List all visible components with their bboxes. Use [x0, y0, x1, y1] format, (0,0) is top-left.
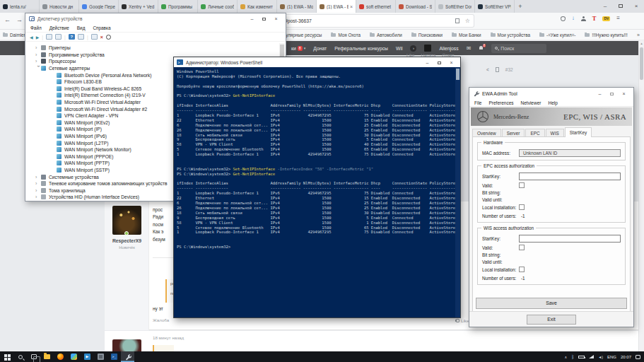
bookmark-item[interactable]: Daimler	[3, 33, 25, 37]
post-timestamp[interactable]: 18 минут назад	[153, 335, 184, 340]
scrollbar-thumb[interactable]	[456, 69, 459, 80]
browser-tab[interactable]: Download - S	[396, 0, 435, 13]
new-tab-button[interactable]: +	[515, 0, 526, 13]
powershell-titlebar[interactable]: >_ Администратор: Windows PowerShell – ×	[174, 57, 460, 67]
show-console-icon[interactable]	[46, 34, 52, 40]
like-button[interactable]: Like	[456, 318, 469, 323]
bookmarks-overflow-icon[interactable]: »	[637, 33, 640, 37]
taskbar-file-explorer-icon[interactable]	[40, 351, 54, 362]
minimize-button[interactable]: –	[421, 58, 433, 67]
browser-tab[interactable]: Программы	[158, 0, 198, 13]
downloads-icon[interactable]: ↓	[572, 16, 575, 21]
share-icon[interactable]: <	[486, 67, 489, 72]
checkbox[interactable]	[519, 267, 525, 272]
back-icon[interactable]: ◀	[30, 35, 33, 40]
bookmark-item[interactable]: Мои устройства	[491, 33, 531, 37]
keyboard-language[interactable]: ENG	[607, 355, 616, 359]
maximize-button[interactable]	[433, 58, 445, 67]
browser-tab[interactable]: Новости дн	[40, 0, 79, 13]
properties-icon[interactable]	[55, 34, 62, 40]
bookmark-item[interactable]: Автомобили	[370, 33, 402, 37]
expand-icon[interactable]: ›	[35, 175, 41, 180]
save-button[interactable]: Save	[476, 298, 627, 309]
startkey-input[interactable]	[519, 235, 621, 243]
expand-icon[interactable]: ›	[35, 181, 41, 186]
expand-icon[interactable]: ›	[35, 52, 41, 57]
menu-view[interactable]: Вид	[77, 25, 86, 30]
post-author[interactable]: RespecterX9	[105, 238, 149, 243]
browser-tab[interactable]: soft ethernet	[356, 0, 396, 13]
extension-t-icon[interactable]: T	[592, 16, 597, 21]
scrollbar-thumb[interactable]	[640, 47, 643, 80]
maximize-button[interactable]	[613, 0, 628, 13]
forward-icon[interactable]: ▶	[36, 35, 40, 40]
startkey-input[interactable]	[519, 173, 621, 180]
taskbar-eva-admin-tool-icon[interactable]	[121, 351, 134, 362]
action-center-icon[interactable]	[636, 355, 640, 359]
expand-icon[interactable]: ›	[35, 188, 41, 193]
bookmark-item[interactable]: Поисковики	[411, 33, 443, 37]
minimize-button[interactable]: –	[246, 14, 258, 23]
bookmark-item[interactable]: -=Уже купил=-	[539, 33, 575, 37]
menu-icon[interactable]: ≡	[616, 16, 620, 21]
tray-expand-icon[interactable]: ∧	[564, 355, 567, 359]
menu-preferences[interactable]: Preferences	[488, 100, 513, 105]
taskbar-powershell-icon[interactable]: >_	[107, 351, 121, 362]
close-button[interactable]: ×	[618, 89, 630, 98]
bookmark-item[interactable]: !!!Нужно купить!!!	[585, 33, 627, 37]
help-icon[interactable]: ?	[69, 34, 75, 40]
forum-nav-item[interactable]: Wil	[396, 46, 402, 51]
collapse-icon[interactable]: ›	[36, 66, 41, 71]
bookmark-item[interactable]: Мои Банки	[452, 33, 481, 37]
menu-netviewer[interactable]: Netviewer	[521, 100, 541, 105]
forum-username[interactable]: Alienjoss	[439, 46, 458, 51]
messages-icon[interactable]: ✉	[467, 45, 472, 52]
pocket-icon[interactable]	[561, 16, 566, 21]
device-manager-titlebar[interactable]: Диспетчер устройств – ×	[25, 13, 286, 24]
account-icon[interactable]	[581, 16, 586, 21]
menu-action[interactable]: Действие	[49, 25, 69, 30]
page-scrollbar[interactable]: ▴	[638, 40, 644, 351]
device-tree-item[interactable]: ›Принтеры	[25, 45, 279, 52]
taskbar-device-settings-icon[interactable]	[94, 351, 107, 362]
forward-icon[interactable]: →	[16, 16, 23, 23]
menu-help[interactable]: Справка	[93, 25, 110, 30]
browser-tab[interactable]: Google Пере	[79, 0, 119, 13]
browser-tab[interactable]: Xentry + Ved	[119, 0, 158, 13]
bookmark-flag-icon[interactable]	[496, 67, 499, 72]
menu-file[interactable]: Файл	[30, 25, 42, 30]
clock[interactable]: 20:07	[621, 355, 631, 359]
uninstall-device-icon[interactable]: ×	[100, 35, 103, 40]
bookmark-item[interactable]: Моя Охота	[331, 33, 361, 37]
battery-icon[interactable]	[578, 356, 585, 358]
volume-icon[interactable]: ◄)	[598, 355, 603, 359]
checkbox[interactable]	[519, 182, 525, 188]
disable-device-icon[interactable]	[106, 35, 111, 40]
close-button[interactable]: ×	[445, 58, 457, 67]
expand-icon[interactable]: ›	[35, 45, 41, 50]
expand-icon[interactable]: ›	[35, 59, 41, 64]
browser-tab[interactable]: Как изменит	[238, 0, 277, 13]
minimize-button[interactable]: –	[597, 0, 613, 13]
exit-button[interactable]: Exit	[527, 315, 576, 325]
eva-titlebar[interactable]: EWA Admin Tool – ×	[469, 88, 633, 99]
scan-icon[interactable]	[91, 34, 98, 40]
menu-help[interactable]: Help	[548, 100, 557, 105]
browser-tab[interactable]: (1) EWA - Мо	[277, 0, 317, 13]
avatar[interactable]	[112, 206, 141, 235]
forum-nav-item[interactable]: Реферальные конкурсы	[334, 46, 388, 51]
close-button[interactable]: ×	[270, 14, 282, 23]
browser-tab[interactable]: lenta.ru/	[0, 0, 40, 13]
avatar[interactable]	[112, 339, 141, 351]
browser-tab[interactable]: SoftEther VPN	[475, 0, 515, 13]
taskbar-firefox-icon[interactable]	[54, 351, 67, 362]
checkbox[interactable]	[519, 245, 525, 250]
nav-overflow-icon[interactable]: ›	[410, 45, 416, 52]
alerts-bell-icon[interactable]: 8	[479, 46, 484, 51]
taskbar-photos-icon[interactable]	[67, 351, 81, 362]
menu-file[interactable]: File	[474, 100, 481, 105]
browser-tab[interactable]: Личные сооб	[198, 0, 238, 13]
expand-icon[interactable]: ›	[35, 194, 41, 199]
taskbar-start-icon[interactable]	[0, 351, 13, 362]
forum-nav-fragment[interactable]: ки 8 ▾	[291, 46, 305, 51]
